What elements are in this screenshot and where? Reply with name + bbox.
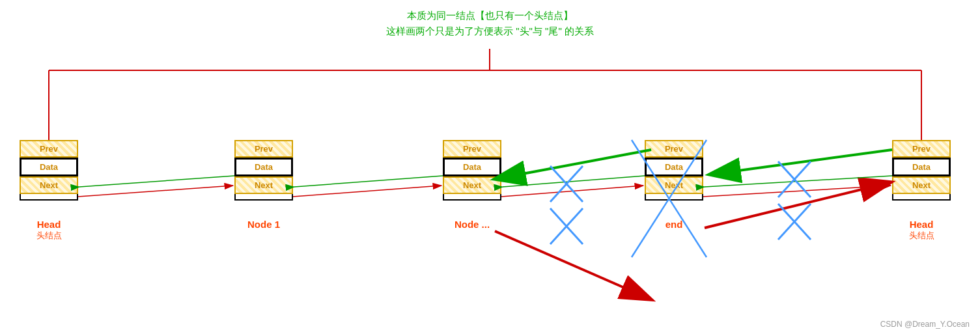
cell-data: Data (645, 158, 703, 176)
svg-line-23 (705, 182, 891, 228)
node-label: Node 1 (247, 219, 280, 230)
node-box: Prev Data Next (645, 140, 703, 194)
cell-next: Next (892, 176, 951, 194)
node-mid: Prev Data Next Node ... (443, 140, 501, 230)
svg-line-29 (778, 204, 811, 240)
svg-line-27 (778, 161, 811, 197)
watermark: CSDN @Dream_Y.Ocean (880, 320, 970, 329)
cell-prev: Prev (234, 140, 293, 158)
node-box: Prev Data Next (20, 140, 78, 194)
bracket (443, 194, 501, 201)
svg-line-15 (495, 231, 651, 299)
node-label: end (665, 219, 683, 230)
cell-prev: Prev (645, 140, 703, 158)
svg-line-17 (503, 176, 645, 187)
bracket (892, 194, 951, 201)
node-node1: Prev Data Next Node 1 (234, 140, 293, 230)
cell-next: Next (234, 176, 293, 194)
bracket (234, 194, 293, 201)
node-box: Prev Data Next (892, 140, 951, 194)
node-sublabel: 头结点 (909, 230, 934, 242)
svg-line-16 (501, 186, 643, 197)
cell-data: Data (234, 158, 293, 176)
svg-line-10 (78, 186, 233, 197)
node-box: Prev Data Next (443, 140, 501, 194)
svg-line-18 (550, 166, 583, 202)
svg-line-26 (778, 161, 811, 197)
cell-data: Data (892, 158, 951, 176)
svg-line-13 (294, 176, 443, 187)
node-head-right: Prev Data Next Head 头结点 (892, 140, 951, 242)
node-end: Prev Data Next end (645, 140, 703, 230)
svg-line-11 (79, 176, 234, 187)
top-annotation: 本质为同一结点【也只有一个头结点】 这样画两个只是为了方便表示 "头"与 "尾"… (386, 8, 594, 39)
bracket (645, 194, 703, 201)
node-label: Head (37, 219, 61, 230)
cell-next: Next (645, 176, 703, 194)
node-box: Prev Data Next (234, 140, 293, 194)
node-label: Head (910, 219, 934, 230)
svg-line-19 (550, 166, 583, 202)
svg-line-12 (293, 186, 441, 197)
cell-prev: Prev (892, 140, 951, 158)
svg-line-14 (495, 150, 651, 179)
cell-next: Next (20, 176, 78, 194)
svg-line-22 (710, 150, 892, 174)
node-sublabel: 头结点 (36, 230, 62, 242)
cell-data: Data (20, 158, 78, 176)
svg-line-20 (550, 208, 583, 244)
svg-line-21 (550, 208, 583, 244)
node-head-left: Prev Data Next Head 头结点 (20, 140, 78, 242)
svg-line-28 (778, 204, 811, 240)
top-line2: 这样画两个只是为了方便表示 "头"与 "尾" 的关系 (386, 23, 594, 39)
cell-data: Data (443, 158, 501, 176)
cell-prev: Prev (443, 140, 501, 158)
bracket (20, 194, 78, 201)
cell-prev: Prev (20, 140, 78, 158)
svg-line-24 (703, 186, 891, 197)
top-line1: 本质为同一结点【也只有一个头结点】 (386, 8, 594, 23)
diagram-container: 本质为同一结点【也只有一个头结点】 这样画两个只是为了方便表示 "头"与 "尾"… (0, 0, 980, 334)
cell-next: Next (443, 176, 501, 194)
node-label: Node ... (455, 219, 490, 230)
svg-line-25 (705, 176, 892, 187)
